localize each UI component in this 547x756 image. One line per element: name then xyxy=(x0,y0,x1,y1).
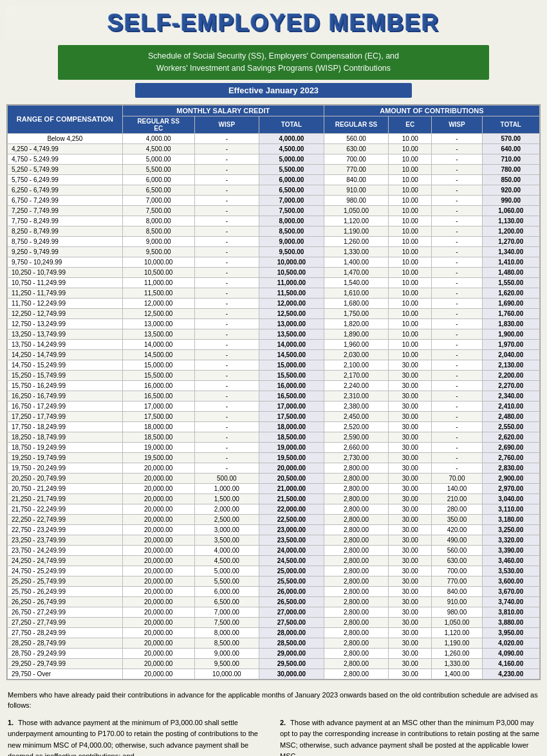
total_amt-cell: 3,390.00 xyxy=(482,545,539,555)
total_msc-cell: 29,500.00 xyxy=(259,658,324,668)
reg_amt-cell: 2,310.00 xyxy=(324,391,389,401)
ec-cell: 30.00 xyxy=(389,473,432,483)
reg_ss-cell: 20,000.00 xyxy=(122,545,194,555)
total_amt-cell: 1,060.00 xyxy=(482,205,539,216)
table-row: 7,750 - 8,249.998,000.00-8,000.001,120.0… xyxy=(8,216,540,226)
total_amt-cell: 2,550.00 xyxy=(482,421,539,432)
reg_amt-cell: 2,240.00 xyxy=(324,380,389,391)
reg_amt-cell: 1,960.00 xyxy=(324,339,389,349)
range-cell: 21,750 - 22,249.99 xyxy=(8,504,123,514)
reg_amt-cell: 1,190.00 xyxy=(324,226,389,236)
total_amt-cell: 3,810.00 xyxy=(482,607,539,617)
total_amt-cell: 2,130.00 xyxy=(482,360,539,370)
reg_ss-cell: 20,000.00 xyxy=(122,555,194,566)
reg_amt-cell: 2,800.00 xyxy=(324,576,389,586)
table-row: 10,750 - 11,249.9911,000.00-11,000.001,5… xyxy=(8,277,540,288)
total_msc-cell: 18,000.00 xyxy=(259,421,324,432)
ec-cell: 10.00 xyxy=(389,174,432,185)
reg_ss-cell: 20,000.00 xyxy=(122,566,194,576)
total_msc-cell: 20,000.00 xyxy=(259,463,324,473)
table-row: 24,750 - 25,249.9920,000.005,000.0025,00… xyxy=(8,566,540,576)
wisp_amt-cell: - xyxy=(432,143,482,154)
footnote-1-num: 1. xyxy=(8,719,14,726)
reg_amt-cell: 2,520.00 xyxy=(324,421,389,432)
total_amt-cell: 1,690.00 xyxy=(482,298,539,308)
wisp-cell: - xyxy=(194,463,259,473)
total_msc-cell: 8,500.00 xyxy=(259,226,324,236)
range-cell: 14,750 - 15,249.99 xyxy=(8,360,123,370)
reg_ss-cell: 20,000.00 xyxy=(122,535,194,545)
total_amt-cell: 2,200.00 xyxy=(482,370,539,380)
wisp_amt-cell: 770.00 xyxy=(432,576,482,586)
table-row: 23,250 - 23,749.9920,000.003,500.0023,50… xyxy=(8,535,540,545)
range-cell: 14,250 - 14,749.99 xyxy=(8,349,123,360)
ec-cell: 30.00 xyxy=(389,504,432,514)
wisp_amt-cell: - xyxy=(432,360,482,370)
ec-cell: 10.00 xyxy=(389,288,432,298)
reg_ss-cell: 6,500.00 xyxy=(122,185,194,195)
total_msc-cell: 12,000.00 xyxy=(259,298,324,308)
range-cell: 6,750 - 7,249.99 xyxy=(8,195,123,205)
ec-cell: 30.00 xyxy=(389,658,432,668)
table-row: 22,250 - 22,749.9920,000.002,500.0022,50… xyxy=(8,514,540,524)
total_amt-cell: 3,530.00 xyxy=(482,566,539,576)
total_amt-cell: 1,760.00 xyxy=(482,308,539,318)
reg_ss-cell: 12,500.00 xyxy=(122,308,194,318)
range-cell: 11,750 - 12,249.99 xyxy=(8,298,123,308)
table-row: 4,250 - 4,749.994,500.00-4,500.00630.001… xyxy=(8,143,540,154)
total_msc-cell: 7,500.00 xyxy=(259,205,324,216)
reg_amt-cell: 2,590.00 xyxy=(324,432,389,442)
total_msc-cell: 5,500.00 xyxy=(259,164,324,174)
reg_ss-cell: 20,000.00 xyxy=(122,493,194,504)
total_msc-cell: 6,500.00 xyxy=(259,185,324,195)
range-cell: 7,750 - 8,249.99 xyxy=(8,216,123,226)
reg_amt-cell: 1,330.00 xyxy=(324,246,389,257)
table-row: 17,750 - 18,249.9918,000.00-18,000.002,5… xyxy=(8,421,540,432)
total_msc-cell: 28,500.00 xyxy=(259,638,324,648)
reg_amt-cell: 2,800.00 xyxy=(324,514,389,524)
wisp_amt-cell: - xyxy=(432,164,482,174)
wisp-cell: - xyxy=(194,216,259,226)
table-row: 5,750 - 6,249.996,000.00-6,000.00840.001… xyxy=(8,174,540,185)
range-cell: 26,750 - 27,249.99 xyxy=(8,607,123,617)
monthly-salary-credit-header: MONTHLY SALARY CREDIT xyxy=(122,105,324,116)
wisp_amt-cell: 1,120.00 xyxy=(432,627,482,638)
wisp-header-msc: WISP xyxy=(194,116,259,133)
reg_amt-cell: 2,800.00 xyxy=(324,524,389,535)
reg_amt-cell: 1,610.00 xyxy=(324,288,389,298)
reg_amt-cell: 2,800.00 xyxy=(324,668,389,679)
range-cell: 17,250 - 17,749.99 xyxy=(8,411,123,421)
range-cell: 8,750 - 9,249.99 xyxy=(8,236,123,246)
reg_amt-cell: 1,540.00 xyxy=(324,277,389,288)
total_amt-cell: 1,620.00 xyxy=(482,288,539,298)
reg_ss-cell: 20,000.00 xyxy=(122,607,194,617)
reg_ss-cell: 20,000.00 xyxy=(122,524,194,535)
reg_amt-cell: 630.00 xyxy=(324,143,389,154)
ec-cell: 30.00 xyxy=(389,380,432,391)
table-row: 20,250 - 20,749.9920,000.00500.0020,500.… xyxy=(8,473,540,483)
reg_amt-cell: 840.00 xyxy=(324,174,389,185)
range-cell: 15,750 - 16,249.99 xyxy=(8,380,123,391)
range-cell: 10,250 - 10,749.99 xyxy=(8,267,123,277)
reg_ss-cell: 6,000.00 xyxy=(122,174,194,185)
reg_ss-cell: 18,500.00 xyxy=(122,432,194,442)
table-row: 18,250 - 18,749.9918,500.00-18,500.002,5… xyxy=(8,432,540,442)
reg_ss-cell: 17,000.00 xyxy=(122,401,194,411)
range-of-compensation-header: RANGE OF COMPENSATION xyxy=(8,105,123,133)
ec-cell: 30.00 xyxy=(389,545,432,555)
reg_ss-cell: 19,500.00 xyxy=(122,452,194,463)
total_msc-cell: 9,000.00 xyxy=(259,236,324,246)
wisp_amt-cell: - xyxy=(432,205,482,216)
reg_amt-cell: 2,800.00 xyxy=(324,463,389,473)
reg_ss-cell: 10,000.00 xyxy=(122,257,194,267)
table-row: 21,750 - 22,249.9920,000.002,000.0022,00… xyxy=(8,504,540,514)
table-row: 16,250 - 16,749.9916,500.00-16,500.002,3… xyxy=(8,391,540,401)
reg_amt-cell: 1,050.00 xyxy=(324,205,389,216)
regular-ss-ec-header: REGULAR SSEC xyxy=(122,116,194,133)
total_msc-cell: 22,500.00 xyxy=(259,514,324,524)
reg_ss-cell: 20,000.00 xyxy=(122,514,194,524)
table-row: 27,750 - 28,249.9920,000.008,000.0028,00… xyxy=(8,627,540,638)
wisp_amt-cell: - xyxy=(432,391,482,401)
ec-cell: 30.00 xyxy=(389,442,432,452)
total_amt-cell: 3,600.00 xyxy=(482,576,539,586)
